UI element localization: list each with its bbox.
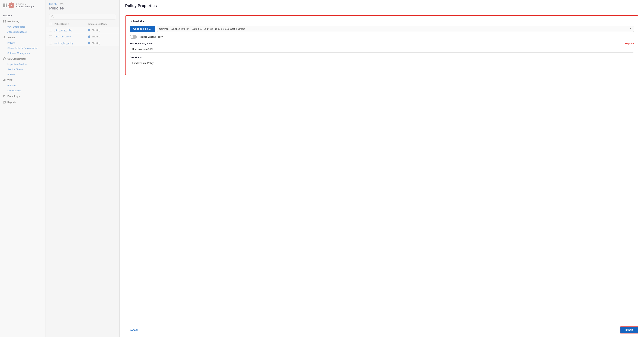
- table-header: Policy Name ⇅ Enforcement Mode: [46, 21, 120, 27]
- svg-point-12: [51, 15, 53, 17]
- enforcement-mode-2: Blocking: [88, 42, 116, 44]
- description-label: Description: [130, 56, 634, 59]
- detail-footer: Cancel Import: [120, 323, 644, 337]
- person-icon: [3, 36, 6, 39]
- col-header-name: Policy Name ⇅: [54, 23, 88, 25]
- sidebar-group-reports-label: Reports: [8, 101, 16, 103]
- page-title: Policies: [49, 6, 116, 10]
- file-name-text: Common_Hackazon-WAF-IPI__2023-4-25_14-14…: [159, 27, 628, 30]
- description-group: Description: [130, 56, 634, 66]
- detail-header: Policy Properties: [120, 0, 644, 11]
- row-checkbox-2[interactable]: [49, 42, 52, 44]
- svg-point-4: [4, 36, 5, 37]
- svg-rect-5: [3, 80, 4, 81]
- list-panel: Security › WAF Policies Policy Name ⇅ En…: [46, 0, 120, 337]
- sidebar-item-policies[interactable]: Policies: [0, 40, 46, 45]
- sidebar-item-software-management[interactable]: Software Management: [0, 51, 46, 56]
- choose-file-button[interactable]: Choose a file ...: [130, 26, 155, 32]
- table-body: juice_shop_policy Blocking juice_lab_pol…: [46, 27, 120, 46]
- required-star: *: [154, 42, 154, 45]
- f5-logo: f5: [8, 2, 14, 8]
- sidebar-item-access-dashboard[interactable]: Access Dashboard: [0, 29, 46, 34]
- cancel-button[interactable]: Cancel: [125, 327, 142, 333]
- select-all-checkbox[interactable]: [49, 23, 52, 25]
- svg-line-13: [53, 17, 54, 17]
- svg-rect-0: [3, 20, 4, 21]
- sidebar-group-ssl-label: SSL Orchestrator: [8, 57, 26, 60]
- bar-chart-icon: [3, 78, 6, 81]
- flag-icon: [3, 94, 6, 98]
- shield-outline-icon: [3, 57, 6, 60]
- policy-name-0[interactable]: juice_shop_policy: [54, 29, 88, 31]
- detail-title: Policy Properties: [125, 3, 638, 8]
- required-badge: Required: [625, 42, 634, 45]
- sidebar-group-event-logs-label: Event Logs: [8, 95, 20, 97]
- sidebar-item-waf-dashboards[interactable]: WAF Dashboards: [0, 24, 46, 29]
- main-area: Security › WAF Policies Policy Name ⇅ En…: [46, 0, 644, 337]
- sidebar-group-access-label: Access: [8, 36, 16, 39]
- breadcrumb-arrow: ›: [58, 3, 58, 5]
- svg-rect-1: [4, 20, 6, 21]
- list-panel-header: Security › WAF Policies: [46, 0, 120, 12]
- description-input[interactable]: [130, 60, 634, 66]
- brand-text: BIG-IP Next Central Manager: [16, 3, 34, 8]
- policy-name-group: Security Policy Name * Required: [130, 42, 634, 52]
- table-row[interactable]: juice_shop_policy Blocking: [46, 27, 120, 33]
- svg-rect-3: [4, 21, 6, 22]
- sidebar-group-waf-label: WAF: [8, 79, 12, 81]
- import-button[interactable]: Import: [620, 327, 638, 334]
- detail-panel: Policy Properties Upload File Choose a f…: [120, 0, 644, 337]
- policy-name-label: Security Policy Name *: [130, 42, 154, 45]
- policy-name-label-row: Security Policy Name * Required: [130, 42, 634, 45]
- col-header-mode: Enforcement Mode: [88, 23, 116, 25]
- blocking-shield-icon-1: [88, 35, 90, 38]
- sidebar-group-reports[interactable]: Reports: [0, 99, 46, 105]
- replace-existing-toggle[interactable]: [130, 35, 137, 39]
- sidebar-section-title: Security: [0, 11, 46, 18]
- table-row[interactable]: juice_lab_policy Blocking: [46, 33, 120, 40]
- search-input[interactable]: [55, 15, 114, 18]
- policy-name-2[interactable]: custom_lab_policy: [54, 42, 88, 44]
- sidebar-group-monitoring-label: Monitoring: [8, 20, 19, 23]
- breadcrumb-security[interactable]: Security: [49, 3, 57, 5]
- toggle-row: Replace Existing Policy: [130, 35, 634, 39]
- sidebar-item-ssl-policies[interactable]: Policies: [0, 72, 46, 77]
- search-bar[interactable]: [49, 14, 116, 19]
- policy-name-1[interactable]: juice_lab_policy: [54, 35, 88, 38]
- search-icon: [51, 15, 54, 18]
- sidebar-group-access[interactable]: Access: [0, 34, 46, 40]
- replace-existing-label: Replace Existing Policy: [139, 35, 163, 38]
- breadcrumb: Security › WAF: [49, 3, 116, 5]
- table-row[interactable]: custom_lab_policy Blocking: [46, 40, 120, 46]
- sidebar-item-live-updates[interactable]: Live Updates: [0, 88, 46, 93]
- sort-icon[interactable]: ⇅: [68, 23, 69, 25]
- svg-rect-7: [5, 79, 6, 81]
- grid-icon: [3, 20, 6, 23]
- sidebar-item-inspection-services[interactable]: Inspection Services: [0, 62, 46, 67]
- app-grid-icon[interactable]: [3, 3, 7, 7]
- sidebar-group-ssl[interactable]: SSL Orchestrator: [0, 56, 46, 62]
- policy-name-input[interactable]: [130, 46, 634, 52]
- svg-rect-2: [3, 21, 4, 22]
- row-checkbox-1[interactable]: [49, 35, 52, 38]
- blocking-shield-icon-2: [88, 42, 90, 44]
- sidebar-header: f5 BIG-IP Next Central Manager: [0, 0, 46, 11]
- report-icon: [3, 100, 6, 104]
- sidebar-group-event-logs[interactable]: Event Logs: [0, 93, 46, 99]
- row-checkbox-0[interactable]: [49, 29, 52, 31]
- svg-rect-6: [4, 79, 4, 81]
- blocking-shield-icon-0: [88, 29, 90, 31]
- sidebar-item-clients-installer[interactable]: Clients Installer Customization: [0, 45, 46, 51]
- sidebar-item-waf-policies[interactable]: Policies: [0, 83, 46, 88]
- breadcrumb-waf: WAF: [60, 3, 64, 5]
- file-name-display: Common_Hackazon-WAF-IPI__2023-4-25_14-14…: [157, 26, 634, 32]
- sidebar-item-service-chains[interactable]: Service Chains: [0, 67, 46, 72]
- file-clear-button[interactable]: ✕: [629, 27, 632, 30]
- enforcement-mode-0: Blocking: [88, 29, 116, 31]
- enforcement-mode-1: Blocking: [88, 35, 116, 38]
- sidebar-group-monitoring[interactable]: Monitoring: [0, 18, 46, 24]
- sidebar-group-waf[interactable]: WAF: [0, 77, 46, 83]
- upload-card: Upload File Choose a file ... Common_Hac…: [125, 15, 638, 75]
- upload-section-title: Upload File: [130, 20, 634, 23]
- file-upload-row: Choose a file ... Common_Hackazon-WAF-IP…: [130, 26, 634, 32]
